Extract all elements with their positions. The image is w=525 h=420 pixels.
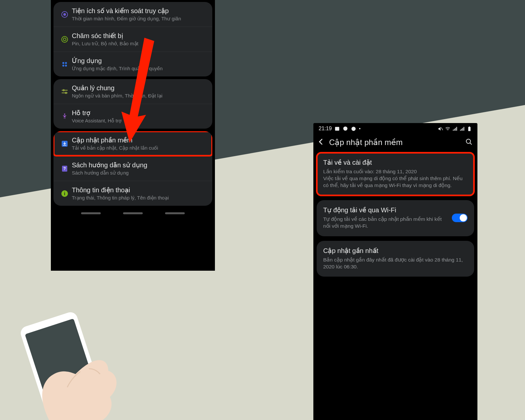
manual-icon: ? <box>57 165 72 173</box>
row-title: Quản lý chung <box>72 84 162 92</box>
svg-text:i: i <box>64 191 65 196</box>
gallery-icon <box>334 126 340 132</box>
mute-icon <box>438 126 443 132</box>
svg-point-19 <box>351 127 356 131</box>
nav-bar <box>53 208 212 218</box>
svg-rect-21 <box>468 127 471 131</box>
row-subtitle: Trạng thái, Thông tin pháp lý, Tên điện … <box>72 195 169 201</box>
svg-text:?: ? <box>63 166 66 171</box>
svg-point-10 <box>64 114 65 115</box>
block-title: Tự động tải về qua Wi-Fi <box>323 206 447 214</box>
svg-point-6 <box>62 65 64 67</box>
accessibility-icon <box>57 113 72 120</box>
signal-icon-2 <box>459 126 465 132</box>
row-subtitle: Pin, Lưu trữ, Bộ nhớ, Bảo mật <box>72 41 138 47</box>
settings-row-accessibility[interactable]: Hỗ trợ Voice Assistant, Hỗ trợ <box>53 104 212 129</box>
row-subtitle: Sách hướng dẫn sử dụng <box>72 170 147 176</box>
svg-line-20 <box>441 127 443 130</box>
status-bar: 21:19 • <box>313 123 477 133</box>
download-icon <box>57 140 72 148</box>
row-title: Hỗ trợ <box>72 109 121 117</box>
signal-icon <box>452 126 458 132</box>
apps-icon <box>57 60 72 68</box>
svg-rect-22 <box>469 126 470 127</box>
settings-row-software-update[interactable]: Cập nhật phần mềm Tải về bản cập nhật, C… <box>53 131 212 156</box>
row-subtitle: Ứng dụng mặc định, Trình quản lý quyền <box>72 66 163 72</box>
block-title: Tải về và cài đặt <box>323 158 468 166</box>
back-button[interactable] <box>317 137 325 147</box>
svg-point-18 <box>343 126 347 131</box>
row-subtitle: Thời gian màn hình, Đếm giờ ứng dụng, Th… <box>72 16 181 22</box>
row-title: Tiện ích số và kiểm soát truy cập <box>72 7 181 15</box>
search-button[interactable] <box>465 138 473 147</box>
wifi-icon <box>445 126 451 132</box>
block-subtitle: Tự động tải về các bản cập nhật phần mềm… <box>323 216 447 230</box>
status-time: 21:19 <box>319 126 332 132</box>
info-icon: i <box>57 190 72 198</box>
row-subtitle: Voice Assistant, Hỗ trợ <box>72 118 121 124</box>
row-title: Cập nhật phần mềm <box>72 136 158 144</box>
wifi-auto-toggle[interactable] <box>452 214 468 222</box>
device-care-icon <box>57 35 72 43</box>
svg-point-2 <box>62 36 68 42</box>
download-and-install[interactable]: Tải về và cài đặt Lần kiểm tra cuối vào:… <box>317 153 474 196</box>
svg-point-8 <box>63 90 64 91</box>
hand-illustration <box>10 305 128 420</box>
svg-point-5 <box>65 62 67 64</box>
row-title: Sách hướng dẫn sử dụng <box>72 161 147 169</box>
phone-settings-list: Tiện ích số và kiểm soát truy cập Thời g… <box>51 0 215 271</box>
row-subtitle: Ngôn ngữ và bàn phím, Thời gian, Đặt lại <box>72 93 162 99</box>
digital-wellbeing-icon <box>57 10 72 18</box>
svg-point-26 <box>80 367 91 381</box>
more-icon: • <box>359 126 361 131</box>
row-title: Thông tin điện thoại <box>72 186 169 194</box>
svg-point-9 <box>65 92 67 94</box>
block-subtitle: Bản cập nhật gần đây nhất đã được cài đặ… <box>323 257 468 270</box>
settings-row-user-manual[interactable]: ? Sách hướng dẫn sử dụng Sách hướng dẫn … <box>53 156 212 181</box>
phone-software-update: 21:19 • Cập nhật phần mềm Tải về và cài … <box>313 123 477 420</box>
row-subtitle: Tải về bản cập nhật, Cập nhật lần cuối <box>72 145 158 151</box>
settings-row-digital-wellbeing[interactable]: Tiện ích số và kiểm soát truy cập Thời g… <box>53 2 212 27</box>
pinterest-icon <box>351 126 356 132</box>
svg-rect-17 <box>335 127 339 130</box>
sliders-icon <box>57 88 72 95</box>
settings-row-device-care[interactable]: Chăm sóc thiết bị Pin, Lưu trữ, Bộ nhớ, … <box>53 27 212 52</box>
svg-point-1 <box>64 13 66 15</box>
last-update[interactable]: Cập nhật gần nhất Bản cập nhật gần đây n… <box>317 241 474 277</box>
row-title: Chăm sóc thiết bị <box>72 32 138 40</box>
settings-row-general[interactable]: Quản lý chung Ngôn ngữ và bàn phím, Thời… <box>53 79 212 104</box>
settings-row-about-phone[interactable]: i Thông tin điện thoại Trạng thái, Thông… <box>53 181 212 206</box>
svg-point-7 <box>65 65 67 67</box>
page-title: Cập nhật phần mềm <box>329 138 465 147</box>
svg-point-3 <box>63 38 66 41</box>
block-title: Cập nhật gần nhất <box>323 247 468 255</box>
auto-download-wifi[interactable]: Tự động tải về qua Wi-Fi Tự động tải về … <box>317 200 474 236</box>
messenger-icon <box>343 126 348 132</box>
row-title: Ứng dụng <box>72 57 163 65</box>
svg-point-4 <box>62 62 64 64</box>
battery-icon <box>467 126 472 132</box>
settings-row-apps[interactable]: Ứng dụng Ứng dụng mặc định, Trình quản l… <box>53 52 212 76</box>
block-subtitle: Lần kiểm tra cuối vào: 28 tháng 11, 2020… <box>323 168 468 189</box>
